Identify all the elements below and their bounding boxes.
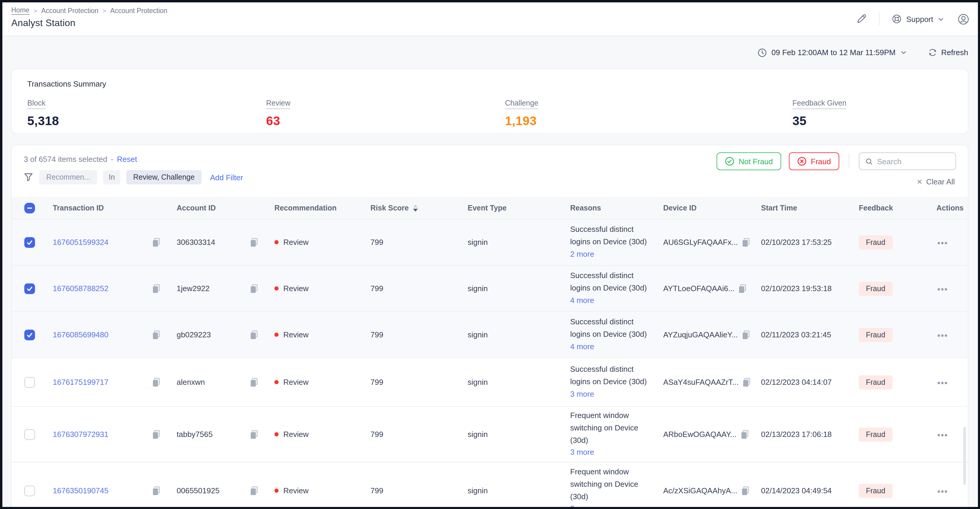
fraud-button[interactable]: Fraud — [789, 152, 839, 170]
copy-icon[interactable] — [741, 330, 750, 340]
breadcrumb-home[interactable]: Home — [11, 6, 29, 15]
app-root: Home > Account Protection > Account Prot… — [0, 0, 980, 509]
copy-icon[interactable] — [250, 486, 258, 495]
copy-icon[interactable] — [152, 486, 161, 495]
transaction-id-link[interactable]: 1676307972931 — [53, 430, 108, 439]
reason-text: Successful distinct logins on Device (30… — [570, 318, 647, 339]
date-range-picker[interactable]: 09 Feb 12:00AM to 12 Mar 11:59PM — [757, 48, 907, 57]
copy-icon[interactable] — [250, 330, 258, 340]
row-checkbox[interactable] — [24, 429, 35, 440]
user-avatar[interactable] — [957, 13, 969, 25]
copy-icon[interactable] — [738, 284, 747, 293]
copy-icon[interactable] — [741, 238, 750, 247]
filter-operator-chip[interactable]: In — [103, 170, 120, 184]
row-checkbox[interactable] — [24, 283, 35, 294]
col-account-id[interactable]: Account ID — [169, 204, 267, 212]
stat-feedback-given-label[interactable]: Feedback Given — [792, 99, 846, 109]
sort-toggle-risk-score[interactable] — [413, 204, 418, 212]
copy-icon[interactable] — [152, 429, 161, 439]
copy-icon[interactable] — [152, 284, 161, 293]
col-reasons[interactable]: Reasons — [562, 204, 655, 212]
support-menu[interactable]: Support — [891, 14, 944, 24]
stat-challenge-label[interactable]: Challenge — [505, 99, 538, 109]
transaction-id-link[interactable]: 1676085699480 — [53, 330, 108, 339]
stat-review-label[interactable]: Review — [266, 99, 290, 109]
row-actions-button[interactable] — [936, 285, 948, 294]
table-row: 1676307972931 tabby7565 Review 799 signi… — [12, 406, 968, 462]
row-checkbox[interactable] — [24, 237, 35, 247]
edit-brush-icon[interactable] — [856, 13, 867, 25]
x-circle-icon — [797, 156, 807, 166]
account-id-value: 0065501925 — [177, 486, 220, 495]
copy-icon[interactable] — [152, 330, 161, 340]
start-time-value: 02/12/2023 04:14:07 — [753, 378, 851, 386]
refresh-label: Refresh — [941, 48, 968, 57]
copy-icon[interactable] — [742, 377, 751, 387]
col-start-time[interactable]: Start Time — [753, 204, 851, 212]
add-filter-link[interactable]: Add Filter — [210, 173, 243, 182]
select-all-checkbox[interactable] — [24, 203, 35, 213]
risk-score-value: 799 — [363, 284, 460, 293]
refresh-button[interactable]: Refresh — [928, 48, 968, 57]
col-feedback[interactable]: Feedback — [851, 204, 929, 212]
row-checkbox[interactable] — [24, 377, 35, 388]
copy-icon[interactable] — [250, 377, 258, 387]
more-reasons-link[interactable]: 4 more — [570, 342, 594, 351]
breadcrumb-account-protection[interactable]: Account Protection — [41, 7, 99, 14]
copy-icon[interactable] — [740, 429, 749, 439]
account-id-value: gb029223 — [177, 330, 211, 339]
transaction-id-link[interactable]: 1676051599324 — [53, 238, 108, 247]
copy-icon[interactable] — [250, 429, 258, 439]
risk-score-value: 799 — [363, 238, 460, 247]
row-checkbox[interactable] — [24, 485, 35, 496]
filter-value-chip[interactable]: Review, Challenge — [126, 170, 202, 184]
more-reasons-link[interactable]: 3 more — [570, 448, 594, 457]
transaction-id-link[interactable]: 1676058788252 — [53, 284, 108, 293]
copy-icon[interactable] — [152, 377, 161, 387]
col-device-id[interactable]: Device ID — [655, 204, 753, 212]
copy-icon[interactable] — [152, 238, 161, 247]
support-label: Support — [906, 14, 933, 24]
col-event-type[interactable]: Event Type — [460, 204, 562, 212]
reasons-cell: Frequent window switching on Device (30d… — [562, 410, 655, 459]
stat-feedback-given-value: 35 — [792, 114, 968, 128]
check-circle-icon — [725, 156, 734, 166]
reset-selection-link[interactable]: Reset — [117, 155, 137, 164]
transaction-id-link[interactable]: 1676175199717 — [53, 378, 108, 386]
table-toolbar: 3 of 6574 items selected - Reset Recomme… — [12, 145, 968, 197]
start-time-value: 02/10/2023 19:53:18 — [753, 284, 851, 293]
col-transaction-id[interactable]: Transaction ID — [45, 204, 169, 212]
row-actions-button[interactable] — [936, 378, 948, 388]
more-reasons-link[interactable]: 4 more — [570, 296, 594, 305]
clear-all-button[interactable]: ✕ Clear All — [916, 177, 955, 186]
row-actions-button[interactable] — [936, 487, 948, 496]
search-input[interactable] — [877, 157, 950, 166]
vertical-scrollbar-thumb[interactable] — [963, 427, 966, 485]
filter-field-chip[interactable]: Recommen... — [39, 170, 97, 184]
reason-text: Successful distinct logins on Device (30… — [570, 365, 647, 386]
reasons-cell: Successful distinct logins on Device (30… — [562, 316, 655, 353]
summary-title: Transactions Summary — [27, 80, 968, 88]
recommendation-dot — [274, 240, 278, 244]
col-recommendation[interactable]: Recommendation — [267, 204, 363, 212]
more-reasons-link[interactable]: 2 more — [570, 250, 594, 258]
recommendation-value: Review — [283, 238, 309, 247]
table-row: 1676058788252 1jew2922 Review 799 signin… — [12, 265, 968, 311]
copy-icon[interactable] — [250, 284, 258, 293]
row-actions-button[interactable] — [936, 431, 948, 440]
row-actions-button[interactable] — [936, 238, 948, 247]
not-fraud-label: Not Fraud — [738, 157, 773, 166]
row-actions-button[interactable] — [936, 331, 948, 340]
not-fraud-button[interactable]: Not Fraud — [717, 152, 781, 170]
device-id-value: ASaY4suFAQAAZrT... — [663, 378, 738, 386]
reasons-cell: Successful distinct logins on Device (30… — [562, 364, 655, 401]
row-checkbox[interactable] — [24, 329, 35, 340]
header-right: Support — [856, 2, 969, 35]
transaction-id-link[interactable]: 1676350190745 — [53, 486, 108, 495]
col-risk-score[interactable]: Risk Score — [363, 204, 460, 212]
more-reasons-link[interactable]: 3 more — [570, 389, 594, 399]
copy-icon[interactable] — [250, 238, 258, 247]
more-reasons-link[interactable]: 3 more — [570, 504, 594, 509]
stat-block-label[interactable]: Block — [27, 99, 45, 109]
copy-icon[interactable] — [741, 486, 750, 495]
